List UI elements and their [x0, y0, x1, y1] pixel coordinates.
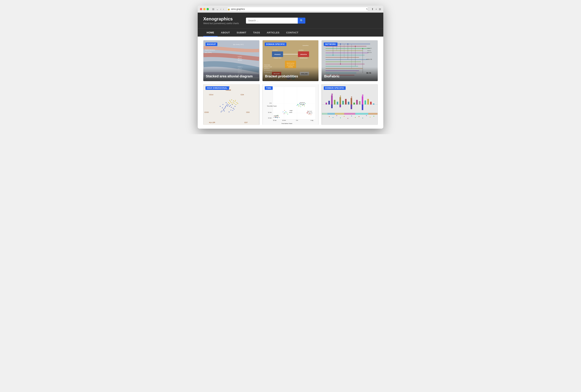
- svg-rect-202: [359, 101, 360, 104]
- card-highdim[interactable]: S6 CD123 CD14 CD4 CD33 CD3 HLA.DR CD7: [203, 84, 260, 125]
- svg-text:CD7: CD7: [244, 122, 248, 124]
- svg-text:Quarterfinal: Quarterfinal: [302, 45, 308, 46]
- svg-text:business: business: [300, 102, 305, 104]
- nav-item-home[interactable]: HOME: [203, 28, 218, 36]
- svg-text:In 2017,: In 2017,: [238, 56, 242, 57]
- site-logo: Xenographics Weird but (sometimes) usefu…: [203, 16, 240, 25]
- svg-point-117: [232, 104, 232, 104]
- maximize-button[interactable]: [206, 8, 209, 10]
- svg-text:pre-match win: pre-match win: [287, 64, 294, 66]
- svg-text:France beats: France beats: [264, 64, 270, 66]
- site-content: Asylum decisions tries ('000s) (By count…: [198, 36, 383, 128]
- svg-text:40% of: 40% of: [238, 58, 242, 59]
- svg-point-92: [224, 108, 225, 108]
- svg-rect-218: [368, 113, 378, 115]
- share-icon[interactable]: ⬆: [372, 8, 374, 10]
- svg-text:Semifinal: Semifinal: [273, 50, 278, 51]
- svg-point-168: [304, 106, 305, 106]
- traffic-lights: [200, 8, 209, 10]
- back-icon[interactable]: ‹: [220, 8, 221, 10]
- svg-point-120: [235, 101, 235, 102]
- close-button[interactable]: [200, 8, 202, 10]
- svg-point-219: [329, 116, 330, 117]
- search-form: 🔍: [246, 18, 305, 24]
- card-tag-domain2: DOMAIN SPECIFIC: [324, 86, 346, 90]
- svg-point-113: [232, 110, 233, 111]
- svg-point-106: [220, 106, 220, 107]
- site-header: Xenographics Weird but (sometimes) usefu…: [198, 12, 383, 28]
- svg-point-166: [300, 106, 301, 107]
- svg-point-93: [228, 104, 229, 105]
- sidebar-toggle-icon[interactable]: ⊞: [212, 8, 214, 10]
- svg-point-160: [297, 104, 298, 105]
- card-tag-highdim: HIGH DIMENSIONAL: [206, 86, 229, 90]
- card-grid: Asylum decisions tries ('000s) (By count…: [203, 40, 378, 125]
- search-button[interactable]: 🔍: [298, 18, 305, 24]
- svg-text:major: major: [290, 110, 293, 111]
- svg-point-209: [331, 94, 333, 95]
- shield-icon: 🔒: [228, 8, 230, 10]
- nav-item-about[interactable]: ABOUT: [218, 28, 233, 36]
- svg-text:Semifinal: Semifinal: [299, 50, 304, 51]
- svg-text:CD14: CD14: [209, 94, 213, 96]
- card-tag-time: TIME: [265, 86, 273, 90]
- svg-rect-214: [328, 113, 335, 115]
- svg-point-154: [286, 111, 286, 112]
- svg-text:CROATIA 41%: CROATIA 41%: [300, 57, 308, 59]
- card-image-highdim: S6 CD123 CD14 CD4 CD33 CD3 HLA.DR CD7: [203, 84, 260, 125]
- site-nav: HOME ABOUT SUBMIT TAGS ARTICLES CONTACT: [198, 28, 383, 36]
- svg-point-210: [340, 96, 341, 97]
- svg-point-220: [333, 117, 334, 118]
- nav-item-contact[interactable]: CONTACT: [283, 28, 302, 36]
- svg-rect-207: [370, 102, 372, 104]
- svg-text:Actor 20: Actor 20: [367, 52, 372, 53]
- new-tab-icon[interactable]: +: [376, 8, 377, 10]
- site-title: Xenographics: [203, 16, 240, 22]
- svg-text:Actor 33: Actor 33: [367, 48, 372, 49]
- url-text: xeno.graphics: [231, 8, 245, 10]
- svg-text:as usual: as usual: [300, 104, 305, 105]
- svg-point-169: [305, 103, 306, 104]
- svg-text:World Cup final: World Cup final: [287, 62, 294, 64]
- svg-text:10 sec: 10 sec: [268, 117, 272, 118]
- nav-item-submit[interactable]: SUBMIT: [233, 28, 250, 36]
- svg-text:event: event: [289, 112, 292, 113]
- svg-point-95: [227, 104, 228, 104]
- svg-point-222: [340, 118, 341, 118]
- svg-point-126: [233, 100, 234, 101]
- tabs-icon[interactable]: ⊞: [379, 8, 381, 10]
- card-image-time: Time After Tweet Time Before Tweet 10 se…: [262, 84, 319, 125]
- svg-rect-201: [356, 100, 358, 104]
- search-input[interactable]: [246, 18, 298, 24]
- svg-point-73: [362, 48, 363, 49]
- forward-icon[interactable]: ›: [223, 8, 224, 10]
- address-bar[interactable]: 🔒 xeno.graphics ↻: [227, 7, 368, 11]
- svg-point-97: [222, 104, 223, 105]
- svg-rect-198: [351, 98, 352, 104]
- svg-rect-206: [367, 99, 369, 104]
- svg-rect-190: [331, 104, 333, 108]
- svg-text:CD33: CD33: [204, 111, 209, 113]
- chevron-down-icon[interactable]: ⌄: [216, 8, 218, 10]
- card-biofabric[interactable]: Actor 33 Mr Hi Actor 33 Actor 2 Actor 20…: [322, 40, 378, 81]
- svg-point-128: [238, 103, 238, 104]
- reload-icon[interactable]: ↻: [366, 8, 368, 10]
- svg-point-122: [236, 102, 237, 103]
- nav-item-tags[interactable]: TAGS: [250, 28, 264, 36]
- svg-point-70: [332, 55, 334, 56]
- svg-rect-203: [362, 96, 363, 104]
- svg-rect-213: [322, 113, 328, 115]
- svg-rect-189: [331, 95, 333, 104]
- svg-text:(By country, 2017): (By country, 2017): [233, 44, 244, 45]
- nav-item-articles[interactable]: ARTICLES: [264, 28, 283, 36]
- svg-text:FRANCE 59%: FRANCE 59%: [274, 57, 282, 59]
- svg-point-116: [230, 101, 231, 102]
- card-domain2[interactable]: DOMAIN SPECIFIC: [322, 84, 378, 125]
- card-alluvial[interactable]: Asylum decisions tries ('000s) (By count…: [203, 40, 260, 81]
- svg-text:2 hr: 2 hr: [296, 120, 298, 121]
- minimize-button[interactable]: [203, 8, 206, 10]
- card-bracket[interactable]: FRANCE CROATIA World Cup final pre-match…: [262, 40, 319, 81]
- svg-text:of the day: of the day: [273, 116, 278, 118]
- card-time[interactable]: Time After Tweet Time Before Tweet 10 se…: [262, 84, 319, 125]
- svg-text:10 min: 10 min: [268, 112, 272, 113]
